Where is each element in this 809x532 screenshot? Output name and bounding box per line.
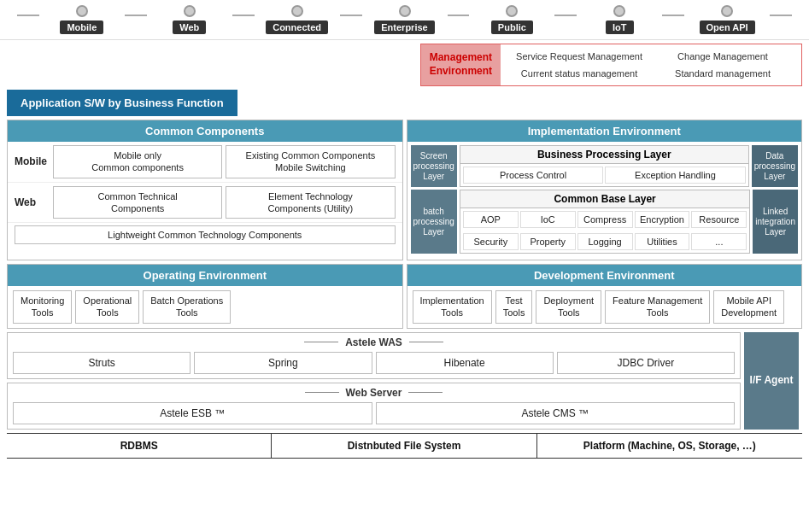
top-circle xyxy=(613,5,625,17)
top-circle xyxy=(184,5,196,17)
web-server-title: Web Server xyxy=(8,383,740,402)
top-circle xyxy=(721,5,733,17)
operational-tools: Operational Tools xyxy=(75,290,139,324)
web-row: Web Common Technical Components Element … xyxy=(8,183,402,224)
test-tools: Test Tools xyxy=(495,290,533,324)
web-cells: Common Technical Components Element Tech… xyxy=(53,186,396,219)
common-components-section: Common Components Mobile Mobile only Com… xyxy=(7,120,403,260)
mgmt-item: Service Request Management xyxy=(507,48,651,65)
aop-cell: AOP xyxy=(463,211,519,228)
jdbc-driver-cell: JDBC Driver xyxy=(557,352,735,374)
top-bar-label: Connected xyxy=(266,20,328,34)
property-cell: Property xyxy=(520,233,576,250)
top-bar-item: Web xyxy=(147,5,232,34)
top-bar-label: Enterprise xyxy=(374,20,434,34)
top-bar-item: Open API xyxy=(684,5,770,34)
impl-inner: Screen processing Layer Business Process… xyxy=(407,142,802,260)
data-processing-label: Data processing Layer xyxy=(752,145,798,187)
top-bar-item: Public xyxy=(469,5,554,34)
main-two-col: Common Components Mobile Mobile only Com… xyxy=(7,120,802,260)
batch-processing-label: batch processing Layer xyxy=(411,190,457,254)
ioc-cell: IoC xyxy=(520,211,576,228)
batch-operations-tools: Batch Operations Tools xyxy=(143,290,231,324)
mobile-cells: Mobile only Common components Existing C… xyxy=(53,145,396,178)
business-layer-row: Screen processing Layer Business Process… xyxy=(411,145,799,187)
mobile-cell-2: Existing Common Components Mobile Switch… xyxy=(226,145,395,178)
mgmt-item: Standard management xyxy=(651,65,794,82)
top-bar-label: Open API xyxy=(700,20,755,34)
common-base-content: Common Base Layer AOP IoC Compress Encry… xyxy=(460,190,750,254)
infra-outer: Astele WAS Struts Spring Hibenate JDBC D… xyxy=(7,332,741,430)
mobile-cell-1: Mobile only Common components xyxy=(53,145,222,178)
astele-esb-cell: Astele ESB ™ xyxy=(13,402,372,424)
logging-cell: Logging xyxy=(577,233,633,250)
struts-cell: Struts xyxy=(13,352,191,374)
top-bar-item: Mobile xyxy=(39,5,125,34)
astele-was-section: Astele WAS Struts Spring Hibenate JDBC D… xyxy=(7,332,741,379)
linked-integration-label: Linked integration Layer xyxy=(753,190,798,254)
operating-env-header: Operating Environment xyxy=(8,265,402,286)
top-circle xyxy=(399,5,411,17)
feature-mgmt-tools: Feature Management Tools xyxy=(605,290,710,324)
web-server-section: Web Server Astele ESB ™ Astele CMS ™ xyxy=(7,383,741,430)
top-bar-label: Public xyxy=(491,20,533,34)
common-base-row2: Security Property Logging Utilities ... xyxy=(460,231,749,253)
resource-cell: Resource xyxy=(691,211,747,228)
impl-env-header: Implementation Environment xyxy=(407,120,802,142)
common-base-title: Common Base Layer xyxy=(460,190,749,208)
dev-env-header: Development Environment xyxy=(407,265,802,286)
impl-env-section: Implementation Environment Screen proces… xyxy=(407,120,803,260)
common-base-row1: AOP IoC Compress Encryption Resource xyxy=(460,208,749,231)
dev-env-section: Development Environment Implementation T… xyxy=(407,264,803,329)
encryption-cell: Encryption xyxy=(635,211,690,228)
etc-cell: ... xyxy=(691,233,747,250)
common-components-header: Common Components xyxy=(8,120,402,142)
web-server-inner: Web Server Astele ESB ™ Astele CMS ™ xyxy=(7,383,741,430)
web-label: Web xyxy=(15,196,53,208)
management-label: Management Environment xyxy=(421,44,501,85)
cc-full-cell: Lightweight Common Technology Components xyxy=(15,225,396,244)
deployment-tools: Deployment Tools xyxy=(536,290,601,324)
spring-cell: Spring xyxy=(194,352,372,374)
astele-was-row: Struts Spring Hibenate JDBC Driver xyxy=(8,352,740,378)
top-circle xyxy=(291,5,303,17)
top-circle xyxy=(506,5,518,17)
web-cell-1: Common Technical Components xyxy=(53,186,222,219)
rdbms-cell: RDBMS xyxy=(7,434,272,458)
if-agent: I/F Agent xyxy=(744,332,799,430)
top-bar-item: Enterprise xyxy=(362,5,448,34)
top-bar-item: IoT xyxy=(577,5,662,34)
mobile-row: Mobile Mobile only Common components Exi… xyxy=(8,142,402,183)
mgmt-item: Change Management xyxy=(651,48,794,65)
utilities-cell: Utilities xyxy=(635,233,690,250)
mobile-label: Mobile xyxy=(15,155,53,167)
process-control-cell: Process Control xyxy=(463,167,603,184)
top-bar-label: IoT xyxy=(606,20,634,34)
business-layer-content: Business Processing Layer Process Contro… xyxy=(460,145,749,187)
security-cell: Security xyxy=(463,233,519,250)
distributed-fs-cell: Distnbuted File System xyxy=(272,434,536,458)
exception-handling-cell: Exception Handling xyxy=(605,167,745,184)
top-bar-label: Mobile xyxy=(60,20,103,34)
mgmt-item: Current status management xyxy=(507,65,651,82)
operating-env-section: Operating Environment Monitoring Tools O… xyxy=(7,264,403,329)
management-row: Management Environment Service Request M… xyxy=(7,44,802,86)
common-base-row: batch processing Layer Common Base Layer… xyxy=(411,190,799,254)
top-bar-item: Connected xyxy=(255,5,340,34)
app-label: Application S/W by Business Function xyxy=(7,90,237,116)
top-bar: Mobile Web Connected Enterprise Public I… xyxy=(0,0,809,40)
bottom-row: RDBMS Distnbuted File System Platform (M… xyxy=(7,433,802,459)
astele-was-title: Astele WAS xyxy=(8,333,740,352)
op-dev-row: Operating Environment Monitoring Tools O… xyxy=(7,264,802,329)
monitoring-tools: Monitoring Tools xyxy=(13,290,72,324)
management-box: Management Environment Service Request M… xyxy=(420,44,802,86)
top-circle xyxy=(76,5,88,17)
astele-cms-cell: Astele CMS ™ xyxy=(376,402,736,424)
web-server-row: Astele ESB ™ Astele CMS ™ xyxy=(8,402,740,429)
screen-processing-label: Screen processing Layer xyxy=(411,145,457,187)
impl-tools: Implementation Tools xyxy=(413,290,492,324)
hibenate-cell: Hibenate xyxy=(376,352,554,374)
main-wrapper: Management Environment Service Request M… xyxy=(0,40,809,462)
dev-tools: Implementation Tools Test Tools Deployme… xyxy=(407,286,802,328)
compress-cell: Compress xyxy=(577,211,633,228)
